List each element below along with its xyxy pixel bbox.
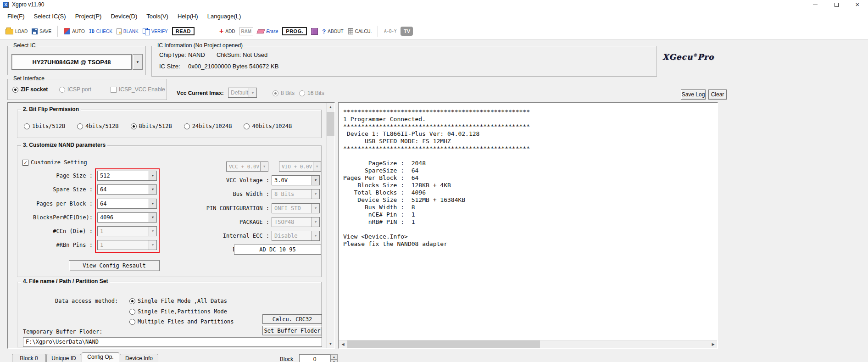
select-ic-group: Select IC HY27UH084G2M @ TSOP48 ▼: [7, 46, 146, 75]
chip-icon: [311, 28, 318, 35]
customize-setting-checkbox[interactable]: Customize Setting: [22, 159, 87, 166]
block-spinner[interactable]: 0: [299, 354, 338, 362]
option-label: Single File,Partitions Mode: [138, 308, 227, 315]
icsp-port-radio[interactable]: ICSP port: [59, 86, 91, 93]
single-file-partitions-radio[interactable]: Single File,Partitions Mode: [129, 308, 227, 315]
blank-check-button[interactable]: BLANK: [117, 28, 139, 34]
read-button[interactable]: READ: [172, 27, 195, 35]
spinner-up-button[interactable]: [330, 354, 338, 359]
spinner-down-button[interactable]: [330, 359, 338, 362]
save-button[interactable]: SAVE: [32, 28, 51, 34]
clear-label: Clear: [711, 91, 724, 98]
ram-button[interactable]: RAM: [239, 28, 253, 35]
tab-block0[interactable]: Block 0: [12, 354, 46, 362]
set-buffer-folder-button[interactable]: Set Buffer Floder: [262, 326, 322, 335]
icsp-vcc-checkbox[interactable]: ICSP_VCC Enable: [111, 86, 165, 93]
menu-select-ic[interactable]: Select IC(S): [29, 11, 71, 22]
checkbox-icon: [22, 160, 28, 166]
option-label: Multiple Files and Partitions: [138, 318, 234, 325]
menu-device[interactable]: Device(D): [106, 11, 142, 22]
block-spinner-value[interactable]: 0: [299, 354, 330, 362]
bitflip-40bits-radio[interactable]: 40bits/1024B: [244, 123, 292, 129]
menu-language[interactable]: Language(L): [203, 11, 246, 22]
tab-config-op[interactable]: Config Op.: [82, 352, 119, 362]
scroll-left-button[interactable]: [339, 340, 347, 348]
log-line: USB SPEED MODE: FS 12MHZ: [343, 138, 530, 145]
calculator-button[interactable]: CALCU.: [348, 28, 372, 34]
menu-project[interactable]: Project(P): [71, 11, 106, 22]
vcc-offset-combo[interactable]: VCC + 0.0V: [226, 162, 268, 172]
check-label: CHECK: [96, 29, 112, 34]
pages-per-block-label: Pages per Block :: [17, 199, 93, 209]
menu-file[interactable]: File(F): [3, 11, 29, 22]
spinner-buttons: [330, 354, 338, 362]
scroll-right-button[interactable]: [709, 340, 717, 348]
pin-config-combo[interactable]: ONFI STD: [272, 203, 320, 213]
single-file-all-radio[interactable]: Single File Mode ,All Datas: [129, 298, 227, 304]
add-file-button[interactable]: ADD: [219, 28, 235, 34]
multiple-files-radio[interactable]: Multiple Files and Partitions: [129, 318, 234, 325]
check-id-button[interactable]: CHECK: [89, 29, 112, 34]
config-scroll-panel: 2. Bit Flip Permission 1bits/512B 4bits/…: [7, 102, 335, 349]
device-id-field[interactable]: AD DC 10 95: [234, 245, 321, 255]
view-config-result-button[interactable]: View Config Resault: [69, 260, 160, 271]
temp-buffer-path-field[interactable]: F:\Xgpro\UserData\NAND: [23, 337, 322, 347]
tab-label: Block 0: [20, 355, 38, 362]
load-button[interactable]: LOAD: [6, 28, 28, 34]
logic-compare-button[interactable]: A-B-Y: [384, 29, 396, 33]
vcc-current-combo[interactable]: Default: [228, 88, 257, 98]
erase-button[interactable]: Erase: [257, 29, 278, 34]
xgpro-window: Xgpro v11.90 File(F) Select IC(S) Projec…: [0, 0, 868, 362]
log-line: ****************************************…: [343, 123, 530, 130]
tab-unique-id[interactable]: Unique ID: [46, 354, 81, 362]
verify-button[interactable]: VERIFY: [143, 28, 168, 34]
package-combo[interactable]: TSOP48: [272, 217, 320, 227]
vio-offset-combo[interactable]: VIO + 0.0V: [279, 162, 321, 172]
verify-label: VERIFY: [151, 29, 168, 34]
app-icon: [3, 2, 9, 8]
log-line: 1 Programmer Connected.: [343, 116, 530, 123]
calc-crc32-button[interactable]: Calcu. CRC32: [262, 314, 322, 324]
log-line: [343, 152, 530, 160]
pin-config-label: PIN CONFIGURATION :: [137, 203, 269, 213]
maximize-button[interactable]: [826, 0, 847, 9]
scroll-down-button[interactable]: [327, 340, 334, 348]
ic-size-value: 0x00_21000000 Bytes 540672 KB: [188, 61, 278, 72]
scrollbar-thumb[interactable]: [347, 340, 540, 348]
bitflip-24bits-radio[interactable]: 24bits/1024B: [184, 123, 232, 129]
log-line: SpareSize : 64: [343, 167, 530, 174]
auto-button[interactable]: AUTO: [64, 28, 85, 34]
log-horizontal-scrollbar[interactable]: [339, 340, 717, 348]
scrollbar-thumb[interactable]: [327, 112, 334, 136]
vcc-voltage-combo[interactable]: 3.0V: [272, 175, 320, 185]
maximize-icon: [835, 3, 839, 7]
internal-ecc-combo[interactable]: Disable: [272, 231, 320, 241]
clear-log-button[interactable]: Clear: [708, 89, 727, 100]
chip-type-label: ChipType:: [159, 50, 186, 60]
menu-help[interactable]: Help(H): [173, 11, 203, 22]
load-label: LOAD: [15, 29, 28, 34]
selected-ic-box[interactable]: HY27UH084G2M @ TSOP48: [11, 54, 132, 70]
chip-tool-button[interactable]: [311, 28, 318, 35]
bitflip-1bits-radio[interactable]: 1bits/512B: [24, 123, 65, 129]
tab-device-info[interactable]: Device.Info: [120, 354, 158, 362]
save-log-button[interactable]: Save Log: [681, 89, 706, 100]
add-label: ADD: [225, 29, 235, 34]
scroll-up-button[interactable]: [327, 103, 334, 111]
config-vertical-scrollbar[interactable]: [326, 103, 334, 348]
bits16-radio[interactable]: 16 Bits: [299, 90, 324, 96]
tv-mode-button[interactable]: TV: [401, 27, 413, 36]
close-button[interactable]: [847, 0, 868, 9]
ic-dropdown-button[interactable]: ▼: [133, 54, 143, 70]
bitflip-4bits-radio[interactable]: 4bits/512B: [77, 123, 118, 129]
menu-tools[interactable]: Tools(V): [142, 11, 173, 22]
window-controls: [805, 0, 868, 9]
bus-width-combo[interactable]: 8 Bits: [272, 189, 320, 199]
about-button[interactable]: ABOUT: [322, 28, 343, 35]
minimize-button[interactable]: [805, 0, 826, 9]
bitflip-8bits-radio[interactable]: 8bits/512B: [131, 123, 172, 129]
bus-width-value: 8 Bits: [272, 191, 312, 197]
program-button[interactable]: PROG.: [282, 27, 307, 35]
bits8-radio[interactable]: 8 Bits: [273, 90, 295, 96]
zif-socket-radio[interactable]: ZIF socket: [12, 86, 48, 93]
